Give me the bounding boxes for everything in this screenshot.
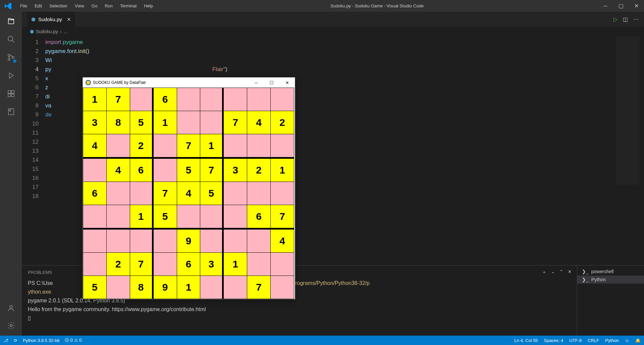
status-cursor[interactable]: Ln 4, Col 55 bbox=[515, 338, 538, 343]
sudoku-cell[interactable]: 4 bbox=[83, 134, 106, 158]
sync-icon[interactable]: ⟳ bbox=[14, 338, 17, 343]
sudoku-cell[interactable] bbox=[107, 230, 130, 252]
sudoku-cell[interactable] bbox=[177, 88, 200, 111]
status-language[interactable]: Python bbox=[605, 338, 619, 343]
sudoku-cell[interactable]: 5 bbox=[200, 182, 223, 205]
sudoku-cell[interactable]: 7 bbox=[271, 205, 294, 229]
status-python-version[interactable]: Python 3.8.5 32-bit bbox=[23, 338, 59, 343]
sudoku-cell[interactable]: 1 bbox=[224, 253, 247, 276]
sudoku-cell[interactable] bbox=[247, 88, 270, 111]
sudoku-cell[interactable] bbox=[200, 230, 223, 252]
more-actions-icon[interactable]: ⋯ bbox=[633, 16, 639, 22]
sudoku-cell[interactable] bbox=[247, 134, 270, 158]
sudoku-cell[interactable] bbox=[154, 230, 177, 252]
sudoku-cell[interactable] bbox=[107, 205, 130, 229]
sudoku-cell[interactable] bbox=[154, 134, 177, 158]
sudoku-cell[interactable] bbox=[224, 88, 247, 111]
search-icon[interactable] bbox=[6, 35, 16, 44]
sudoku-cell[interactable]: 9 bbox=[177, 230, 200, 252]
sudoku-cell[interactable]: 2 bbox=[271, 111, 294, 134]
sudoku-cell[interactable]: 1 bbox=[271, 159, 294, 182]
sudoku-cell[interactable] bbox=[154, 253, 177, 276]
sudoku-cell[interactable]: 2 bbox=[247, 159, 270, 182]
minimize-button[interactable]: ─ bbox=[598, 0, 613, 12]
menu-edit[interactable]: Edit bbox=[31, 2, 45, 10]
sudoku-cell[interactable] bbox=[107, 276, 130, 299]
sudoku-cell[interactable] bbox=[224, 182, 247, 205]
sudoku-cell[interactable] bbox=[107, 182, 130, 205]
menu-terminal[interactable]: Terminal bbox=[117, 2, 140, 10]
close-panel-icon[interactable]: ✕ bbox=[568, 269, 572, 275]
sudoku-cell[interactable]: 3 bbox=[200, 253, 223, 276]
sudoku-cell[interactable]: 6 bbox=[154, 88, 177, 111]
run-file-icon[interactable]: ▷ bbox=[613, 16, 618, 22]
menu-go[interactable]: Go bbox=[88, 2, 101, 10]
menu-view[interactable]: View bbox=[71, 2, 88, 10]
sudoku-cell[interactable]: 2 bbox=[107, 253, 130, 276]
sudoku-cell[interactable]: 4 bbox=[247, 111, 270, 134]
sudoku-cell[interactable]: 4 bbox=[271, 230, 294, 252]
panel-tab-problems[interactable]: PROBLEMS bbox=[28, 270, 52, 275]
sudoku-cell[interactable] bbox=[130, 230, 153, 252]
menu-help[interactable]: Help bbox=[141, 2, 156, 10]
sudoku-cell[interactable]: 5 bbox=[177, 159, 200, 182]
sudoku-cell[interactable] bbox=[83, 159, 106, 182]
sudoku-cell[interactable] bbox=[83, 253, 106, 276]
sudoku-cell[interactable] bbox=[247, 230, 270, 252]
feedback-icon[interactable]: ☺ bbox=[625, 338, 629, 343]
sudoku-cell[interactable]: 7 bbox=[200, 159, 223, 182]
sudoku-cell[interactable]: 3 bbox=[83, 111, 106, 134]
pygame-close-button[interactable]: ✕ bbox=[279, 78, 295, 88]
settings-gear-icon[interactable] bbox=[6, 321, 16, 330]
maximize-button[interactable]: ▢ bbox=[613, 0, 629, 12]
sudoku-cell[interactable] bbox=[224, 230, 247, 252]
sudoku-cell[interactable]: 1 bbox=[154, 111, 177, 134]
sudoku-cell[interactable] bbox=[247, 253, 270, 276]
breadcrumb[interactable]: ⬢ Sudoku.py › ... bbox=[22, 27, 644, 36]
remote-explorer-icon[interactable] bbox=[6, 107, 16, 116]
tab-close-icon[interactable]: ✕ bbox=[67, 16, 71, 22]
sudoku-cell[interactable]: 7 bbox=[130, 253, 153, 276]
sudoku-cell[interactable]: 3 bbox=[224, 159, 247, 182]
sudoku-cell[interactable]: 7 bbox=[247, 276, 270, 299]
sudoku-cell[interactable]: 7 bbox=[224, 111, 247, 134]
sudoku-cell[interactable]: 4 bbox=[107, 159, 130, 182]
account-icon[interactable] bbox=[6, 303, 16, 313]
pygame-window[interactable]: SUDOKU GAME by DataFlair ─ ☐ ✕ 176385174… bbox=[83, 77, 295, 299]
status-encoding[interactable]: UTF-8 bbox=[569, 338, 582, 343]
sudoku-cell[interactable]: 1 bbox=[200, 134, 223, 158]
sudoku-cell[interactable] bbox=[271, 276, 294, 299]
remote-icon[interactable]: ⎇ bbox=[3, 338, 8, 343]
pygame-minimize-button[interactable]: ─ bbox=[249, 78, 264, 88]
notifications-icon[interactable]: 🔔 bbox=[635, 338, 641, 343]
sudoku-cell[interactable]: 1 bbox=[83, 88, 106, 111]
extensions-icon[interactable] bbox=[6, 89, 16, 98]
sudoku-cell[interactable] bbox=[200, 111, 223, 134]
sudoku-cell[interactable]: 1 bbox=[130, 205, 153, 229]
terminal-dropdown-icon[interactable]: ⌄ bbox=[551, 269, 555, 275]
shell-powershell[interactable]: ❯_powershell bbox=[577, 267, 644, 276]
sudoku-cell[interactable]: 2 bbox=[130, 134, 153, 158]
sudoku-cell[interactable] bbox=[83, 205, 106, 229]
status-eol[interactable]: CRLF bbox=[588, 338, 599, 343]
sudoku-cell[interactable] bbox=[200, 276, 223, 299]
sudoku-cell[interactable] bbox=[271, 134, 294, 158]
sudoku-cell[interactable] bbox=[107, 134, 130, 158]
pygame-maximize-button[interactable]: ☐ bbox=[264, 78, 279, 88]
sudoku-grid[interactable]: 1763851742427146573216745156794276315891… bbox=[83, 88, 294, 299]
sudoku-cell[interactable] bbox=[224, 276, 247, 299]
close-button[interactable]: ✕ bbox=[629, 0, 644, 12]
sudoku-cell[interactable]: 9 bbox=[154, 276, 177, 299]
sudoku-cell[interactable]: 7 bbox=[107, 88, 130, 111]
sudoku-cell[interactable] bbox=[200, 88, 223, 111]
status-indent[interactable]: Spaces: 4 bbox=[544, 338, 564, 343]
sudoku-cell[interactable] bbox=[177, 205, 200, 229]
sudoku-cell[interactable]: 4 bbox=[177, 182, 200, 205]
sudoku-cell[interactable] bbox=[247, 182, 270, 205]
sudoku-cell[interactable]: 6 bbox=[83, 182, 106, 205]
sudoku-cell[interactable]: 5 bbox=[130, 111, 153, 134]
menu-selection[interactable]: Selection bbox=[46, 2, 70, 10]
sudoku-cell[interactable]: 8 bbox=[130, 276, 153, 299]
sudoku-cell[interactable]: 6 bbox=[177, 253, 200, 276]
sudoku-cell[interactable] bbox=[271, 182, 294, 205]
